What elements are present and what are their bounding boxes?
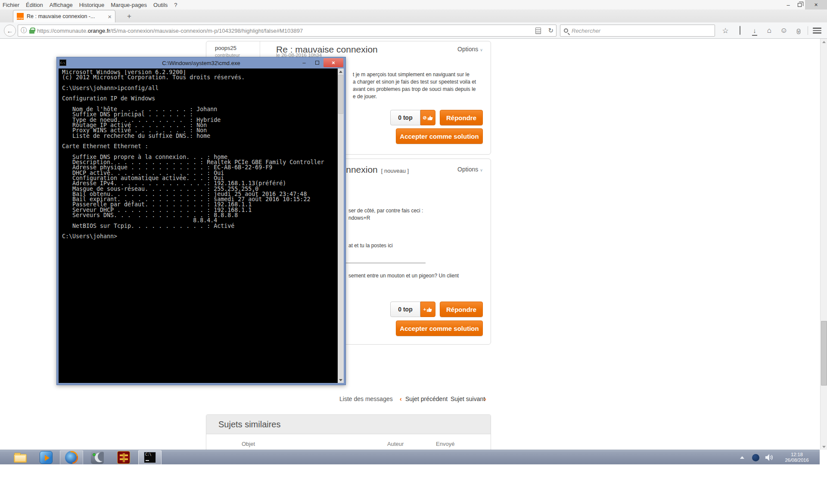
next-topic-link[interactable]: Sujet suivant [451, 395, 485, 402]
refresh-icon[interactable]: ↻ [548, 27, 553, 34]
post1-reply-button[interactable]: Répondre [440, 110, 483, 125]
column-header-auteur: Auteur [387, 441, 404, 447]
cmd-scrollbar[interactable] [338, 68, 344, 383]
new-tab-button[interactable]: + [124, 12, 134, 21]
post2-accept-solution-button[interactable]: Accepter comme solution [396, 320, 483, 336]
bookmarks-panel-icon[interactable] [733, 26, 747, 35]
previous-topic-link[interactable]: Sujet précédent [405, 395, 448, 402]
url-text: https://communaute.orange.fr/t5/ma-conne… [37, 28, 533, 34]
hamburger-bars [813, 28, 821, 34]
post2-body-line4: sement entre un mouton et un pigeon? Un … [348, 273, 459, 279]
menu-help[interactable]: ? [174, 2, 177, 8]
menu-marque-pages[interactable]: Marque-pages [111, 2, 147, 8]
cmd-close-icon[interactable]: × [323, 58, 343, 67]
url-bar[interactable]: ⓘ https://communaute.orange.fr/t5/ma-con… [18, 25, 557, 37]
bookmark-star-icon[interactable]: ☆ [718, 26, 733, 35]
taskbar-teamspeak-button[interactable] [86, 450, 109, 465]
post2-top-count-button[interactable]: 0 top [390, 302, 420, 317]
pocket-icon[interactable]: ∨ [791, 26, 806, 35]
taskbar-explorer-button[interactable] [9, 450, 32, 465]
cmd-scroll-down-arrow[interactable] [338, 377, 344, 383]
tab-close-icon[interactable]: × [108, 13, 112, 20]
restore-glyph [798, 3, 802, 7]
menu-affichage[interactable]: Affichage [50, 2, 73, 8]
navigation-toolbar: ← ⓘ https://communaute.orange.fr/t5/ma-c… [0, 22, 827, 39]
chevron-right-icon: › [484, 395, 486, 402]
cmd-minimize-icon[interactable]: – [298, 58, 311, 67]
forum-smiley-icon[interactable]: ☺ [777, 26, 791, 35]
desktop-screen: Fichier Édition Affichage Historique Mar… [0, 0, 827, 504]
post2-reply-button[interactable]: Répondre [440, 302, 483, 317]
menu-outils[interactable]: Outils [153, 2, 168, 8]
taskbar-clock[interactable]: 12:18 26/08/2016 [780, 452, 814, 464]
downloads-icon[interactable]: ↓ [747, 26, 762, 35]
page-scrollbar[interactable] [820, 39, 827, 450]
scrollbar-thumb[interactable] [821, 321, 827, 386]
system-tray: 12:18 26/08/2016 [740, 450, 820, 465]
hamburger-menu-icon[interactable] [810, 28, 824, 34]
cmd-window[interactable]: C:\ C:\Windows\system32\cmd.exe – × Micr… [56, 57, 346, 385]
volume-icon[interactable] [765, 454, 773, 461]
similar-topics-heading: Sujets similaires [206, 415, 491, 434]
post1-accept-solution-button[interactable]: Accepter comme solution [396, 128, 483, 144]
restore-icon[interactable] [794, 0, 805, 9]
menu-fichier[interactable]: Fichier [3, 2, 19, 8]
search-input[interactable] [572, 28, 711, 34]
game-icon [117, 451, 130, 464]
taskbar-game-button[interactable] [112, 450, 135, 465]
post1-body-line2: a charger et sinon je fais des test sur … [353, 79, 476, 85]
back-button[interactable]: ← [4, 25, 16, 37]
teamspeak-icon [91, 451, 104, 464]
search-box[interactable] [560, 25, 715, 37]
tray-app-icon[interactable] [752, 454, 759, 461]
cmd-scrollbar-thumb[interactable] [338, 75, 343, 114]
folder-icon [14, 454, 27, 463]
post1-like-button[interactable]: ⊘ [420, 110, 435, 125]
minimize-icon[interactable]: – [783, 0, 794, 9]
cmd-icon-label: C:\ [145, 453, 151, 457]
post2-options-button[interactable]: Options∨ [457, 166, 483, 173]
post1-body-line4: e de jouer. [353, 93, 377, 100]
cmd-console-text: Microsoft Windows [version 6.2.9200] (c)… [62, 70, 338, 383]
taskbar-firefox-button[interactable] [60, 450, 83, 465]
cmd-console[interactable]: Microsoft Windows [version 6.2.9200] (c)… [59, 68, 344, 383]
firefox-menubar: Fichier Édition Affichage Historique Mar… [0, 0, 827, 9]
scrollbar-down-arrow[interactable] [821, 444, 827, 450]
page-content: poops25 contributeur Re : mauvaise conne… [0, 39, 827, 450]
cmd-titlebar[interactable]: C:\ C:\Windows\system32\cmd.exe – × [57, 57, 345, 68]
tab-strip: orange Re : mauvaise connexion -... × + [0, 9, 827, 22]
url-path: /t5/ma-connexion/mauvaise-connexion/m-p/… [110, 28, 303, 34]
taskbar-media-player-button[interactable] [34, 450, 58, 465]
cmd-maximize-icon[interactable] [311, 58, 323, 67]
tab-active[interactable]: orange Re : mauvaise connexion -... × [13, 10, 115, 22]
post1-options-button[interactable]: Options∨ [457, 46, 483, 53]
cmd-maximize-glyph [315, 61, 319, 65]
status-dot [93, 453, 96, 456]
reader-mode-icon[interactable] [535, 28, 541, 34]
close-icon[interactable]: × [805, 0, 827, 9]
message-list-link[interactable]: Liste des messages [339, 395, 393, 402]
media-player-icon [40, 451, 53, 464]
taskbar-cmd-button[interactable]: C:\ [138, 450, 162, 465]
post1-author-name[interactable]: poops25 [215, 45, 260, 51]
plus-icon: + [423, 307, 426, 312]
scrollbar-up-arrow[interactable] [821, 39, 827, 45]
cmd-window-controls: – × [298, 58, 343, 67]
menu-historique[interactable]: Historique [79, 2, 105, 8]
post2-options-label: Options [457, 166, 478, 173]
info-icon[interactable]: ⓘ [21, 27, 27, 34]
post2-body-line2: ndows+R [348, 215, 370, 221]
tray-show-hidden-icons[interactable] [740, 456, 744, 459]
post1-options-label: Options [457, 46, 478, 53]
orange-favicon-label: orange [17, 17, 24, 19]
lock-icon[interactable] [29, 30, 34, 34]
chevron-left-icon: ‹ [400, 395, 402, 402]
post2-like-button[interactable]: + [420, 302, 435, 317]
url-domain: orange.fr [88, 28, 110, 34]
cmd-scroll-up-arrow[interactable] [338, 68, 344, 75]
home-icon[interactable]: ⌂ [762, 26, 777, 35]
clock-date: 26/08/2016 [780, 457, 814, 464]
post1-top-count-button[interactable]: 0 top [390, 110, 420, 125]
url-scheme: https://communaute. [37, 28, 88, 34]
menu-edition[interactable]: Édition [26, 2, 43, 8]
